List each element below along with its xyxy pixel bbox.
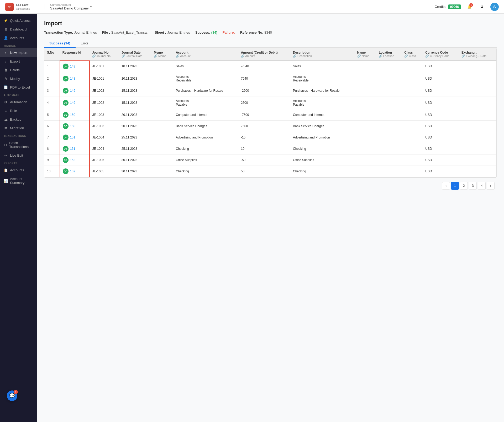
reports-section-label: REPORTS [0,160,37,166]
table-cell [402,96,423,109]
backup-icon: ☁ [4,117,8,121]
sidebar-item-quick-access[interactable]: ⚡ Quick Access [0,16,37,25]
table-row[interactable]: 7QB151JE-100425.11.2023Advertising and P… [44,132,496,143]
sidebar-item-migration[interactable]: ⇄ Migration [0,124,37,132]
table-cell: Accounts Payable [290,96,355,109]
table-cell: JE-1003 [90,120,119,132]
top-navigation: tr saasant transactions Current Account … [0,0,504,14]
table-cell [459,154,496,166]
col-journal-no: Journal No🔗 Journal No [90,48,119,61]
sidebar-item-pdf-to-excel[interactable]: 📄 PDF to Excel [0,83,37,92]
pagination-prev[interactable]: ‹ [442,182,450,190]
tab-success[interactable]: Success (34) [44,39,76,48]
results-table-container: S.No Response Id Journal No🔗 Journal No … [44,48,497,178]
col-account: Account🔗 Account [173,48,238,61]
tab-error[interactable]: Error [76,39,94,48]
table-row[interactable]: 1QB148JE-100110.11.2023Sales-7540SalesUS… [44,61,496,72]
sidebar-item-batch-transactions[interactable]: ⊟ Batch Transactions [0,138,37,151]
table-row[interactable]: 2QB148JE-100110.11.2023Accounts Receivab… [44,72,496,85]
qb-icon: QB [63,112,69,118]
account-selector[interactable]: Current Account SaasAnt Demo Company ▾ [50,3,92,10]
table-row[interactable]: 4QB149JE-100215.11.2023Accounts Payable2… [44,96,496,109]
page-title: Import [44,20,497,27]
success-count: (34) [211,30,217,34]
chat-bubble[interactable]: 💬 1 [7,390,17,401]
table-cell: Checking [173,143,238,154]
new-import-icon: ↑ [4,51,8,55]
delete-icon: 🗑 [4,68,8,72]
sidebar-item-modify[interactable]: ✎ Modify [0,74,37,83]
pagination-next[interactable]: › [487,182,495,190]
table-row[interactable]: 5QB150JE-100320.11.2023Computer and Inte… [44,109,496,120]
pagination-page-3[interactable]: 3 [469,182,477,190]
table-cell [459,85,496,96]
table-cell: Sales [290,61,355,72]
sidebar-item-rule[interactable]: ≡ Rule [0,106,37,115]
table-row[interactable]: 3QB149JE-100215.11.2023Purchases – Hardw… [44,85,496,96]
main-content: Import Transaction Type: Journal Entries… [37,14,504,422]
reference-meta: Reference No: 8340 [240,30,272,34]
table-cell [376,132,402,143]
table-cell: 2 [44,72,60,85]
sidebar-item-label: Migration [10,126,24,130]
table-cell [459,120,496,132]
pagination-page-4[interactable]: 4 [478,182,486,190]
table-cell: USD [423,85,459,96]
account-name: SaasAnt Demo Company [50,6,89,10]
logo-subtext: transactions [16,7,30,10]
sidebar-item-account-summary[interactable]: 📊 Account Summary [0,174,37,187]
sidebar-item-accounts[interactable]: 👤 Accounts [0,34,37,42]
notifications-button[interactable]: 🔔 1 [465,3,474,11]
avatar[interactable]: S [490,3,499,11]
sidebar-item-new-import[interactable]: ↑ New Import [0,48,37,57]
table-cell: Computer and Internet [290,109,355,120]
pagination-page-1[interactable]: 1 [451,182,459,190]
credits-label: Credits: [435,5,447,9]
table-cell: -50 [238,154,290,166]
sidebar-item-label: Accounts [10,168,24,172]
transaction-type-value: Journal Entries [74,30,97,34]
sidebar-item-export[interactable]: ↓ Export [0,57,37,66]
table-cell [376,85,402,96]
table-cell [376,143,402,154]
failure-label: Failure: [223,30,235,34]
sidebar-item-delete[interactable]: 🗑 Delete [0,66,37,74]
table-cell [459,96,496,109]
settings-button[interactable]: ⚙ [478,3,486,11]
table-cell: 7 [44,132,60,143]
table-cell [459,72,496,85]
sidebar-item-live-edit[interactable]: ✏ Live Edit [0,151,37,160]
response-cell: QB148 [63,64,87,69]
table-row[interactable]: 9QB152JE-100530.11.2023Office Supplies-5… [44,154,496,166]
table-cell: Accounts Receivable [173,72,238,85]
table-cell: USD [423,166,459,177]
sidebar-item-dashboard[interactable]: ⊞ Dashboard [0,25,37,34]
table-row[interactable]: 10QB152JE-100530.11.2023Checking50Checki… [44,166,496,177]
table-cell: USD [423,61,459,72]
sidebar-item-automation[interactable]: ⚙ Automation [0,98,37,106]
sidebar-item-label: Automation [10,100,27,104]
resp-num: 151 [70,136,75,139]
table-row[interactable]: 6QB150JE-100320.11.2023Bank Service Char… [44,120,496,132]
table-cell: 3 [44,85,60,96]
response-cell: QB149 [63,88,87,94]
table-cell [459,109,496,120]
table-cell: Checking [173,166,238,177]
sidebar-item-label: Account Summary [10,177,33,185]
sidebar-item-backup[interactable]: ☁ Backup [0,115,37,124]
table-cell [402,154,423,166]
account-label: Current Account [50,3,89,6]
pagination-page-2[interactable]: 2 [460,182,468,190]
qb-icon: QB [63,100,69,106]
file-meta: File : SaasAnt_Excel_Transa... [102,30,150,34]
table-cell [151,120,173,132]
resp-num: 150 [70,124,75,128]
qb-icon: QB [63,157,69,163]
results-table: S.No Response Id Journal No🔗 Journal No … [44,48,496,177]
logo-text: saasant [16,3,30,7]
table-cell: Purchases - Hardware for Resale [290,85,355,96]
sidebar-item-reports-accounts[interactable]: 📋 Accounts [0,166,37,174]
table-cell [376,109,402,120]
table-row[interactable]: 8QB151JE-100425.11.2023Checking10Checkin… [44,143,496,154]
success-meta: Success: (34) [195,30,217,34]
